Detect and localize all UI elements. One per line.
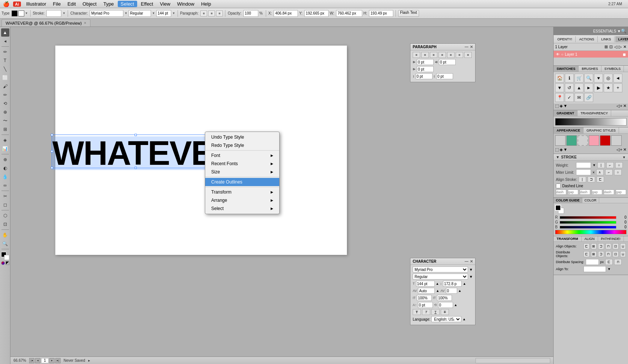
tab-links[interactable]: LINKS bbox=[598, 36, 615, 42]
appearance-tab[interactable]: APPEARANCE bbox=[554, 127, 584, 133]
none-icon[interactable] bbox=[6, 261, 9, 265]
symbols-tab[interactable]: SYMBOLS bbox=[601, 66, 624, 72]
font-style-input[interactable] bbox=[129, 10, 151, 17]
align-center-btn[interactable]: ≡ bbox=[208, 10, 215, 16]
layer-1-row[interactable]: 👁 ○ Layer 1 ◼ bbox=[554, 51, 628, 58]
char-vscale-input[interactable] bbox=[437, 295, 452, 301]
align-to-input[interactable] bbox=[584, 266, 606, 272]
tool-eraser[interactable]: ◻ bbox=[1, 201, 9, 209]
para-align-justify-btn[interactable]: ≡ bbox=[438, 52, 446, 58]
dist-right-btn[interactable]: ⊐ bbox=[598, 251, 604, 257]
prev-page-btn[interactable]: ◂ bbox=[35, 358, 40, 363]
layers-icon-5[interactable]: ✕ bbox=[623, 44, 627, 49]
tool-type[interactable]: T bbox=[1, 56, 9, 65]
spacing-input[interactable] bbox=[586, 259, 599, 265]
para-first-indent-input[interactable] bbox=[417, 66, 434, 72]
stroke-arrow[interactable]: ▼ bbox=[25, 12, 28, 15]
swatch-btn-5[interactable]: + bbox=[620, 104, 622, 108]
app-swatch-2[interactable] bbox=[566, 135, 577, 146]
char-font-select[interactable]: Myriad Pro bbox=[413, 266, 468, 272]
char-kern-input[interactable] bbox=[446, 288, 457, 294]
swatch-plus[interactable]: + bbox=[613, 83, 622, 92]
opacity-input[interactable] bbox=[243, 10, 258, 17]
ctx-font[interactable]: Font ▶ bbox=[205, 151, 279, 160]
g-slider[interactable] bbox=[560, 221, 616, 224]
layer-eye-icon[interactable]: 👁 bbox=[556, 52, 560, 56]
layers-icon-1[interactable]: ⊞ bbox=[604, 44, 608, 49]
app-btn-6[interactable]: ✕ bbox=[623, 147, 627, 152]
swatch-info[interactable]: ℹ bbox=[565, 74, 574, 83]
menu-illustrator[interactable]: Illustrator bbox=[23, 1, 49, 7]
gradient-bar[interactable] bbox=[555, 118, 627, 126]
swatch-right[interactable]: ► bbox=[584, 83, 593, 92]
tab-layers[interactable]: LAYERS bbox=[615, 36, 628, 42]
swatch-home[interactable]: 🏠 bbox=[555, 74, 564, 83]
tool-rotate[interactable]: ⟲ bbox=[1, 99, 9, 108]
cap-btn-1[interactable]: | bbox=[597, 162, 605, 168]
ctx-size[interactable]: Size ▶ bbox=[205, 168, 279, 176]
swatch-up[interactable]: ▲ bbox=[575, 83, 584, 92]
para-space-before-input[interactable] bbox=[416, 73, 432, 79]
gap-2[interactable] bbox=[592, 189, 602, 195]
app-btn-3[interactable]: ▼ bbox=[563, 147, 567, 152]
char-size-input[interactable] bbox=[416, 281, 435, 287]
swatch-rss[interactable]: ◎ bbox=[604, 74, 613, 83]
ctx-undo-type-style[interactable]: Undo Type Style bbox=[205, 133, 279, 141]
align-to-dropdown[interactable]: ▼ bbox=[607, 267, 611, 271]
tool-warp[interactable]: 〜 bbox=[1, 117, 9, 125]
color-mode-icon[interactable] bbox=[1, 261, 5, 265]
font-dropdown-arrow[interactable]: ▼ bbox=[124, 12, 127, 15]
align-tab[interactable]: ALIGN bbox=[582, 236, 598, 241]
menu-edit[interactable]: Edit bbox=[64, 1, 78, 7]
flash-text-btn[interactable]: Flash Text bbox=[398, 10, 419, 17]
tool-direct-select[interactable]: ◂ bbox=[1, 37, 9, 45]
tool-symbol-spray[interactable]: ◈ bbox=[1, 136, 9, 144]
tool-artboard[interactable]: ⬡ bbox=[1, 212, 9, 220]
last-page-btn[interactable]: ▸| bbox=[55, 358, 61, 363]
weight-dropdown[interactable]: ▼ bbox=[592, 163, 596, 167]
stroke-dropdown-arrow[interactable]: ▼ bbox=[62, 12, 65, 15]
gradient-tab[interactable]: GRADIENT bbox=[554, 110, 578, 116]
join-btn-2[interactable]: ⌐ bbox=[605, 169, 613, 175]
color-tab[interactable]: COLOR bbox=[582, 198, 599, 203]
size-dropdown-arrow[interactable]: ▼ bbox=[172, 12, 175, 15]
char-bold-btn[interactable]: T bbox=[413, 309, 421, 315]
dist-bottom-btn[interactable]: ⊔ bbox=[620, 251, 626, 257]
canvas-area[interactable]: WHATEVE R PARAGRAPH — ✕ ≡ bbox=[10, 27, 553, 357]
graphic-styles-tab[interactable]: GRAPHIC STYLES bbox=[584, 127, 619, 133]
cap-btn-3[interactable]: ○ bbox=[615, 162, 623, 168]
swatch-shop[interactable]: 🛒 bbox=[575, 74, 584, 83]
menu-select[interactable]: Select bbox=[118, 1, 137, 7]
tab-actions[interactable]: ACTIONS bbox=[576, 36, 598, 42]
swatch-btn-3[interactable]: ▼ bbox=[563, 104, 567, 108]
para-align-center-btn[interactable]: ≡ bbox=[421, 52, 429, 58]
tool-scissors[interactable]: ✂ bbox=[1, 192, 9, 200]
layers-icon-3[interactable]: ◁ bbox=[614, 44, 617, 49]
char-baseline-input[interactable] bbox=[418, 302, 433, 308]
fill-color-swatch[interactable] bbox=[18, 10, 24, 16]
menu-file[interactable]: File bbox=[50, 1, 64, 7]
para-close-btn[interactable]: ✕ bbox=[470, 45, 473, 49]
app-btn-5[interactable]: + bbox=[620, 147, 622, 152]
ctx-transform[interactable]: Transform ▶ bbox=[205, 188, 279, 196]
background-swatch[interactable] bbox=[4, 255, 9, 260]
ctx-redo-type-style[interactable]: Redo Type Style bbox=[205, 141, 279, 149]
tool-column-graph[interactable]: 📊 bbox=[1, 145, 9, 153]
para-align-right-btn[interactable]: ≡ bbox=[430, 52, 437, 58]
app-swatch-5[interactable] bbox=[600, 135, 610, 146]
char-minimize-btn[interactable]: — bbox=[465, 259, 468, 263]
menu-help[interactable]: Help bbox=[198, 1, 214, 7]
search-icon[interactable]: 🔍 bbox=[621, 28, 627, 34]
next-page-btn[interactable]: ▸ bbox=[49, 358, 55, 363]
stroke-panel-arrow[interactable]: ▼ bbox=[622, 155, 626, 159]
align-vcenter-obj-btn[interactable]: ⊡ bbox=[613, 243, 619, 249]
para-align-justify4-btn[interactable]: ≡ bbox=[464, 52, 472, 58]
ctx-select[interactable]: Select ▶ bbox=[205, 204, 279, 213]
status-arrow[interactable]: ▸ bbox=[88, 358, 90, 363]
tab-opentype[interactable]: OPENTY! bbox=[554, 36, 576, 42]
gap-3[interactable] bbox=[616, 189, 626, 195]
char-rotation-input[interactable] bbox=[438, 302, 453, 308]
tool-hand[interactable]: ✋ bbox=[1, 231, 9, 239]
dist-hcenter-btn[interactable]: ⊠ bbox=[591, 251, 597, 257]
char-hscale-input[interactable] bbox=[417, 295, 432, 301]
